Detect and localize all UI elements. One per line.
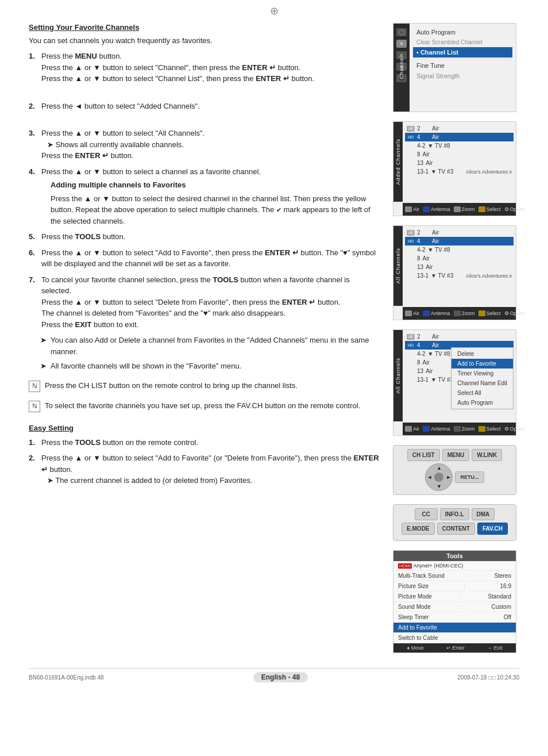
remote2-row1: CC INFO.L DMA (398, 508, 511, 520)
emode-btn[interactable]: E.MODE (402, 523, 434, 535)
added-channels-side: Added Channels (393, 122, 403, 202)
btn3-select: Select (478, 310, 501, 316)
btn4-air: Air (405, 426, 419, 432)
ch-list-btn[interactable]: CH LIST (407, 449, 440, 461)
ch-row-all-13-1: 13-1▼ TV #3 Alice's Adventures in Wonder… (405, 271, 514, 280)
remote-2: CC INFO.L DMA E.MODE CONTENT FAV.CH (393, 504, 516, 541)
return-btn[interactable]: RETU... (455, 471, 484, 483)
btn-air: Air (405, 206, 419, 212)
left-column: Setting Your Favorite Channels You can s… (29, 23, 381, 657)
screen-all-channels: All Channels All 2Air HD 4Air 4-2▼ TV #8 (393, 225, 516, 320)
ctx-ch-2: All 2Air (405, 332, 514, 341)
ctx-icon-all: All (407, 334, 415, 340)
tools-switch-cable: Switch to Cable (393, 633, 516, 643)
tools-add-favorite: Add to Favorite (393, 623, 516, 633)
screen4-bottom: Air Antenna Zoom Select ⚙Option (403, 423, 516, 435)
ctx-add-favorite: Add to Favorite (451, 359, 513, 369)
ch-row-all-8: 8Air (405, 254, 514, 263)
ch-icon-all2: All (407, 230, 415, 236)
ch-row-4: HD 4Air (405, 133, 514, 141)
screen-context-menu: All Channels All 2Air HD 4Air 4-2▼ TV #8 (393, 329, 516, 436)
easy-step-list: 1. Press the TOOLS button on the remote … (29, 437, 381, 486)
btn-option: ⚙Option (504, 206, 526, 212)
ch-icon-hd2: HD (407, 239, 415, 244)
easy-step-2: 2. Press the ▲ or ▼ button to select "Ad… (29, 452, 381, 486)
easy-step-num-2: 2. (29, 452, 41, 486)
btn3-air: Air (405, 310, 419, 316)
step-num-5: 5. (29, 231, 41, 243)
btn4-zoom: Zoom (454, 426, 475, 432)
ctx-side: All Channels (393, 330, 403, 421)
menu-sep (413, 59, 512, 59)
section1-title: Setting Your Favorite Channels (29, 23, 381, 32)
tools-anynet: HDMI Anynet+ (HDMI-CEC) (393, 561, 516, 571)
favch-btn[interactable]: FAV.CH (477, 523, 508, 535)
right-column: ◯ ≡ ✦ ◈ ⬛ Auto Program Clear Scrambled C… (393, 23, 519, 657)
ctx-select-all: Select All (451, 388, 513, 398)
menu-clear-scrambled: Clear Scrambled Channel (413, 37, 512, 47)
btn3-antenna: Antenna (423, 310, 450, 316)
tools-sound-mode: Sound Mode : Custom (393, 602, 516, 612)
step-list: 1. Press the MENU button. Press the ▲ or… (29, 51, 381, 330)
step-content-4: Press the ▲ or ▼ button to select a chan… (41, 166, 381, 227)
dma-btn[interactable]: DMA (472, 508, 495, 520)
remote2-row2: E.MODE CONTENT FAV.CH (398, 523, 511, 535)
step-content-1: Press the MENU button. Press the ▲ or ▼ … (41, 51, 381, 85)
menu-signal-strength: Signal Strength (413, 71, 512, 81)
ch-row-8: 8Air (405, 150, 514, 159)
note-1-text: Press the CH LIST button on the remote c… (45, 380, 298, 392)
menu-btn[interactable]: MENU (442, 449, 469, 461)
tools-exit: → Exit (487, 645, 503, 651)
added-channels-list: All 2Air HD 4Air 4-2▼ TV #8 8Air 13Air (403, 122, 516, 178)
step-num-3: 3. (29, 128, 41, 162)
btn4-option: ⚙Option (504, 426, 526, 432)
btn3-zoom: Zoom (454, 310, 475, 316)
step-4: 4. Press the ▲ or ▼ button to select a c… (29, 166, 381, 227)
tools-picture-mode: Picture Mode : Standard (393, 592, 516, 602)
tools-header: Tools (393, 551, 516, 561)
btn4-select: Select (478, 426, 501, 432)
tools-enter: ↵ Enter (446, 645, 465, 651)
ch-row-all-4: HD 4Air (405, 237, 514, 245)
easy-setting-title: Easy Setting (29, 424, 381, 432)
step-2: 2. Press the ◄ button to select "Added C… (29, 101, 381, 112)
side-channel-label: Channel (393, 24, 410, 112)
easy-step-content-1: Press the TOOLS button on the remote con… (41, 437, 381, 448)
ctx-delete: Delete (451, 349, 513, 359)
all-channels-list: All 2Air HD 4Air 4-2▼ TV #8 8Air 13Air (403, 226, 516, 282)
menu-fine-tune: Fine Tune (413, 60, 512, 71)
menu-auto-program: Auto Program (413, 27, 512, 37)
wlink-btn[interactable]: W.LINK (472, 449, 502, 461)
adding-multiple-desc: Press the ▲ or ▼ button to select the de… (51, 193, 381, 227)
step-6: 6. Press the ▲ or ▼ button to select "Ad… (29, 247, 381, 270)
easy-step-1: 1. Press the TOOLS button on the remote … (29, 437, 381, 448)
info-btn[interactable]: INFO.L (440, 508, 469, 520)
menu-channel-list: • Channel List (413, 47, 512, 57)
ch-row-all-2: All 2Air (405, 228, 514, 237)
screen2-bottom: Air Antenna Zoom Select ⚙Option (403, 203, 516, 216)
ch-row-4-2: 4-2▼ TV #8 (405, 141, 514, 150)
note-arrow-2: ➤ All favorite channels will be shown in… (40, 360, 381, 372)
easy-step-num-1: 1. (29, 437, 41, 448)
tools-widget: Tools HDMI Anynet+ (HDMI-CEC) Multi-Trac… (393, 550, 516, 653)
easy-step-content-2: Press the ▲ or ▼ button to select "Add t… (41, 452, 381, 486)
note-2-text: To select the favorite channels you have… (45, 400, 360, 412)
note-icon-1: ℕ (29, 381, 40, 392)
page-container: ⊕ Setting Your Favorite Channels You can… (0, 0, 548, 756)
context-menu: Delete Add to Favorite Timer Viewing Cha… (451, 347, 514, 409)
ctx-timer: Timer Viewing (451, 369, 513, 378)
screen3-bottom: Air Antenna Zoom Select ⚙Option (403, 307, 516, 320)
ctx-name-edit: Channel Name Edit (451, 378, 513, 388)
note-2: ℕ To select the favorite channels you ha… (29, 400, 381, 412)
ch-row-all-13: 13Air (405, 263, 514, 271)
step-5: 5. Press the TOOLS button. (29, 231, 381, 243)
section1-intro: You can set channels you watch frequentl… (29, 36, 381, 45)
ch-row-all: All 2Air (405, 124, 514, 133)
ch-row-all-4-2: 4-2▼ TV #8 (405, 245, 514, 254)
cc-btn[interactable]: CC (415, 508, 438, 520)
content-btn[interactable]: CONTENT (437, 523, 475, 535)
note-arrow-1: ➤ You can also Add or Delete a channel f… (40, 335, 381, 357)
step-num-6: 6. (29, 247, 41, 270)
note-icon-2: ℕ (29, 401, 40, 412)
compass-icon: ⊕ (270, 5, 279, 17)
